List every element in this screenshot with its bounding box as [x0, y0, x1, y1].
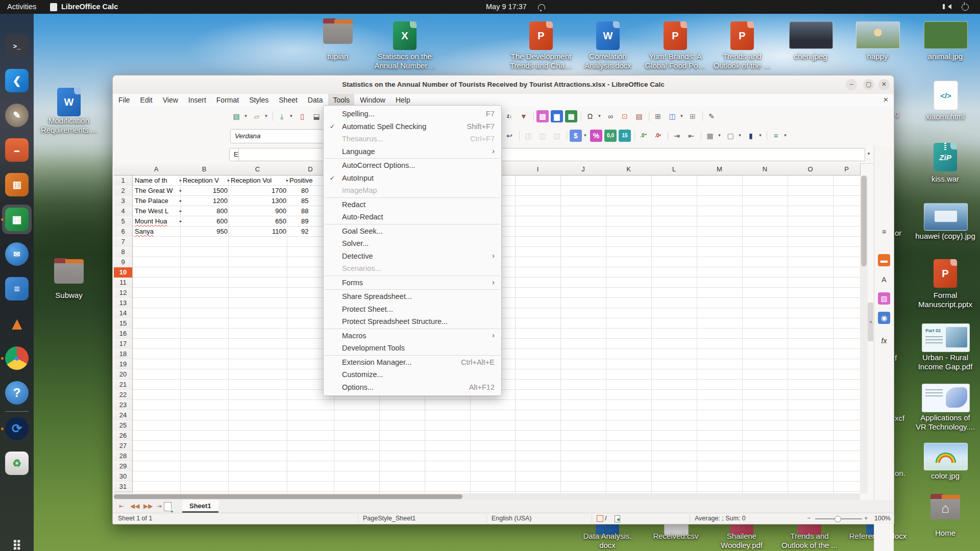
desktop-icon-Modification[interactable]: W [57, 88, 81, 116]
minimize-button[interactable]: – [846, 79, 857, 90]
last-sheet-icon[interactable]: ⇥ [157, 500, 162, 513]
add-decimal-place-icon[interactable]: .0⁺ [638, 130, 650, 142]
menu-item-autoinput[interactable]: AutoInput✓ [324, 172, 501, 185]
previous-sheet-icon[interactable]: ◀◀ [130, 500, 139, 513]
cell-A3[interactable]: The Palace [133, 196, 182, 206]
cell-B1[interactable]: Reception V [181, 176, 230, 186]
sidebar-collapse-handle[interactable]: ◂ [868, 303, 873, 341]
row-header-20[interactable]: 20 [114, 369, 133, 380]
border-style-icon[interactable]: ▢ [724, 130, 737, 142]
row-header-17[interactable]: 17 [114, 339, 133, 349]
dropdown-arrow-icon[interactable]: ▼ [243, 110, 249, 122]
dropdown-arrow-icon[interactable]: ▼ [737, 130, 743, 142]
menu-item-language[interactable]: Language› [324, 145, 501, 158]
title-bar[interactable]: Statistics on the Annual Number of Touri… [113, 76, 894, 94]
dock-item-vlc[interactable]: ▲ [5, 312, 29, 335]
menu-insert[interactable]: Insert [184, 94, 211, 107]
dropdown-arrow-icon[interactable]: ▼ [597, 110, 602, 122]
cell-A4[interactable]: The West L [133, 206, 182, 216]
page-style[interactable]: PageStyle_Sheet1 [363, 513, 416, 524]
row-header-6[interactable]: 6 [114, 227, 133, 237]
freeze-rows-and-columns-icon[interactable]: ◫ [666, 110, 678, 122]
menu-item-share-spreadsheet-[interactable]: Share Spreadsheet... [324, 290, 501, 303]
row-header-16[interactable]: 16 [114, 329, 133, 339]
dock-item-help[interactable]: ? [5, 381, 29, 405]
increase-indent-icon[interactable]: ⇥ [671, 130, 683, 142]
add-sheet-icon[interactable] [164, 502, 172, 511]
column-header-C[interactable]: C [228, 163, 287, 176]
desktop-icon-tupian[interactable] [323, 21, 353, 44]
format-as-currency-icon[interactable]: $ [570, 130, 582, 142]
dock-item-files[interactable]: ▬ [5, 138, 29, 162]
desktop-icon-Yum! Brands: A[interactable]: P [664, 21, 687, 50]
row-header-25[interactable]: 25 [114, 420, 133, 431]
decrease-indent-icon[interactable]: ⇤ [685, 130, 697, 142]
cell-C4[interactable]: 900 [229, 206, 288, 216]
properties-icon[interactable]: ▬ [878, 254, 890, 266]
next-sheet-icon[interactable]: ▶▶ [143, 500, 153, 513]
menu-edit[interactable]: Edit [136, 94, 157, 107]
maximize-button[interactable]: ▢ [863, 79, 874, 90]
row-header-2[interactable]: 2 [114, 186, 133, 196]
expand-formula-bar-icon[interactable]: ▼ [867, 146, 871, 163]
cell-C5[interactable]: 650 [229, 216, 288, 227]
menu-item-macros[interactable]: Macros› [324, 330, 501, 342]
row-header-10[interactable]: 10 [114, 267, 133, 278]
column-header-B[interactable]: B [180, 163, 229, 176]
menu-item-development-tools[interactable]: Development Tools [324, 342, 501, 355]
dock-item-chrome[interactable]: ● [5, 346, 29, 370]
column-header-O[interactable]: O [788, 163, 834, 176]
cell-B2[interactable]: 1500 [181, 186, 230, 196]
cell-A1[interactable]: Name of th [133, 176, 182, 186]
scrollbar-thumb[interactable] [861, 176, 867, 266]
row-header-5[interactable]: 5 [114, 216, 133, 227]
dropdown-arrow-icon[interactable]: ▼ [757, 130, 763, 142]
row-header-12[interactable]: 12 [114, 288, 133, 298]
cell-A6[interactable]: Sanya [133, 227, 182, 237]
row-header-30[interactable]: 30 [114, 471, 133, 482]
row-header-28[interactable]: 28 [114, 451, 133, 462]
row-header-23[interactable]: 23 [114, 400, 133, 411]
desktop-icon-chen.jpeg[interactable] [789, 21, 833, 49]
desktop-icon-huawei (copy).jpg[interactable] [924, 203, 968, 231]
sort-descending-icon[interactable]: z↓ [503, 110, 516, 122]
autofilter-icon[interactable]: ▼ [518, 110, 530, 122]
average-sum-readout[interactable]: Average: ; Sum: 0 [695, 513, 746, 524]
borders-icon[interactable]: ▦ [704, 130, 716, 142]
desktop-icon-The Development[interactable]: P [529, 21, 553, 50]
menu-styles[interactable]: Styles [244, 94, 273, 107]
menu-format[interactable]: Format [212, 94, 243, 107]
dock-item-libreoffice-calc[interactable]: ▦ [5, 208, 29, 231]
column-header-J[interactable]: J [560, 163, 606, 176]
menu-item-solver-[interactable]: Solver... [324, 237, 501, 250]
dock-item-thunderbird[interactable]: ✉ [5, 242, 29, 266]
menu-file[interactable]: File [114, 94, 135, 107]
column-header-N[interactable]: N [742, 163, 788, 176]
show-draw-functions-icon[interactable]: ✎ [705, 110, 718, 122]
desktop-icon-Formal[interactable]: P [934, 259, 957, 288]
dropdown-arrow-icon[interactable]: ▼ [717, 130, 722, 142]
desktop-icon-kiss.war[interactable]: ZiP [934, 143, 957, 171]
menu-item-detective[interactable]: Detective› [324, 250, 501, 263]
clock[interactable]: May 9 17:37 [486, 0, 527, 14]
zoom-percent[interactable]: 100% [874, 513, 891, 524]
text-language[interactable]: English (USA) [492, 513, 532, 524]
row-header-29[interactable]: 29 [114, 461, 133, 472]
menu-item-autocorrect-options-[interactable]: AutoCorrect Options... [324, 159, 501, 172]
cell-C6[interactable]: 1100 [229, 227, 288, 237]
selection-mode-icon[interactable] [597, 515, 603, 522]
insert-comment-icon[interactable]: ⊡ [619, 110, 631, 122]
power-icon[interactable] [962, 4, 969, 11]
menu-view[interactable]: View [158, 94, 183, 107]
cell-C3[interactable]: 1300 [229, 196, 288, 206]
cell-C1[interactable]: Reception Vol [229, 176, 288, 186]
cell-B3[interactable]: 1200 [181, 196, 230, 206]
insert-hyperlink-icon[interactable]: ∞ [604, 110, 617, 122]
activities-button[interactable]: Activities [7, 0, 36, 14]
dock-item-gimp[interactable]: ✎ [5, 104, 29, 127]
format-as-number-icon[interactable]: 0,0 [604, 130, 617, 142]
navigator-icon[interactable]: ◉ [878, 312, 890, 324]
row-header-13[interactable]: 13 [114, 298, 133, 309]
define-print-area-icon[interactable]: ⊞ [652, 110, 664, 122]
horizontal-scrollbar[interactable] [114, 493, 860, 500]
